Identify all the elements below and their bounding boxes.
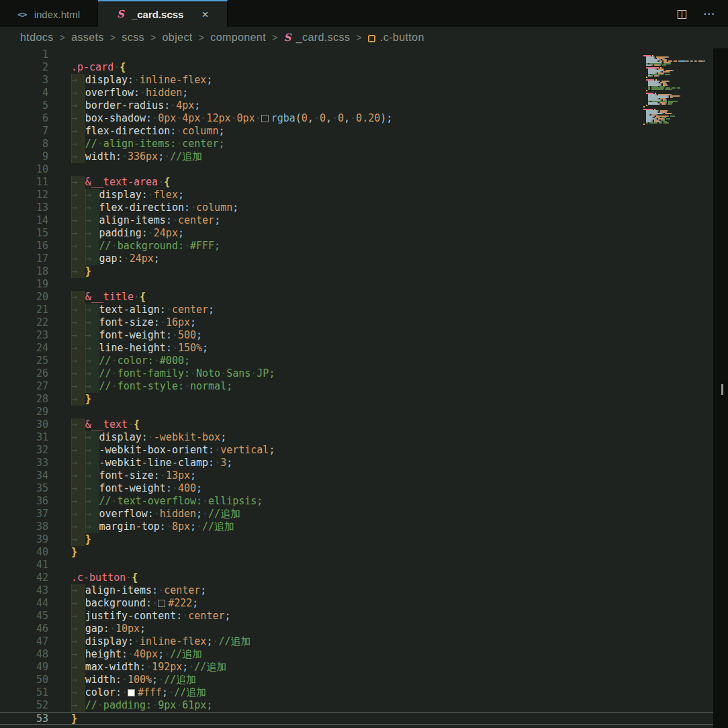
code-token: → [71,201,85,214]
split-editor-icon[interactable]: ◫ [676,7,687,21]
code-line[interactable]: 53} [0,712,728,725]
code-line[interactable]: 17→→gap:·24px; [0,253,728,265]
code-line[interactable]: 31→→display:·-webkit-box; [0,431,728,444]
code-line-content [48,163,71,176]
code-token: · [176,699,182,711]
code-line[interactable]: 33→→-webkit-line-clamp:·3; [0,457,728,469]
code-line[interactable]: 10 [0,163,728,176]
code-token: · [111,495,118,507]
code-line[interactable]: 27→→//·font-style:·normal; [0,380,728,393]
tab-index-html[interactable]: <> index.html [0,0,98,27]
editor-actions: ◫ ⋯ [676,0,728,27]
code-line[interactable]: 38→→margin-top:·8px;·//追加 [0,520,728,533]
breadcrumb-item-c-button[interactable]: .c-button [380,32,424,44]
code-token: : [116,674,122,686]
minimap[interactable] [643,54,711,125]
code-line[interactable]: 23→→font-weight:·500; [0,329,728,342]
code-token: } [85,393,91,405]
code-line[interactable]: 36→→//·text-overflow:·ellipsis; [0,495,728,508]
code-line[interactable]: 43→align-items:·center; [0,584,728,597]
code-line[interactable]: 8→//·align-items:·center; [0,138,728,150]
chevron-right-icon: > [60,32,66,43]
code-line[interactable]: 11→&__text-area·{ [0,176,728,189]
code-line[interactable]: 24→→line-height:·150%; [0,342,728,355]
code-line[interactable]: 44→background:·#222; [0,597,728,610]
code-token: -webkit-line-clamp [99,457,209,469]
more-actions-icon[interactable]: ⋯ [703,7,715,21]
code-line[interactable]: 32→→-webkit-box-orient:·vertical; [0,444,728,457]
code-token: → [85,240,99,253]
code-line[interactable]: 46→gap:·10px; [0,623,728,635]
code-line[interactable]: 22→→font-size:·16px; [0,316,728,329]
code-line[interactable]: 1 [0,48,728,61]
code-line[interactable]: 41 [0,559,728,572]
code-token: ; [214,214,220,226]
code-line[interactable]: 37→→overflow:·hidden;·//追加 [0,508,728,520]
code-line[interactable]: 20→&__title·{ [0,291,728,304]
code-line-content: →gap:·10px; [48,623,146,635]
code-line[interactable]: 18→} [0,265,728,278]
breadcrumb-item-assets[interactable]: assets [71,32,104,44]
code-token: · [214,444,220,456]
tab-card-scss[interactable]: S _card.scss × [98,0,228,27]
code-line[interactable]: 34→→font-size:·13px; [0,469,728,482]
code-token: · [128,418,134,430]
code-token: : [154,316,160,328]
code-line[interactable]: 3→display:·inline-flex; [0,74,728,87]
close-tab-icon[interactable]: × [201,9,208,20]
code-line[interactable]: 9→width:·336px;·//追加 [0,150,728,163]
code-token: align-items [85,584,152,596]
code-line-content: →→margin-top:·8px;·//追加 [48,520,234,533]
code-line[interactable]: 15→→padding:·24px; [0,227,728,240]
code-line[interactable]: 19 [0,278,728,291]
breadcrumb-item-card-scss[interactable]: _card.scss [296,32,350,44]
code-token: 500 [178,329,196,341]
code-line[interactable]: 49→max-width:·192px;·//追加 [0,661,728,674]
code-token: justify-content [85,610,176,622]
code-token: color: [118,355,154,367]
code-line[interactable]: 13→→flex-direction:·column; [0,201,728,214]
code-line[interactable]: 12→→display:·flex; [0,189,728,201]
code-line[interactable]: 29 [0,406,728,418]
code-line[interactable]: 42.c-button·{ [0,572,728,584]
code-line[interactable]: 50→width:·100%;·//追加 [0,674,728,686]
code-token: · [202,508,208,520]
code-line[interactable]: 51→color:·#fff;·//追加 [0,686,728,699]
code-line[interactable]: 48→height:·40px;·//追加 [0,648,728,661]
code-line[interactable]: 6→box-shadow:·0px·4px·12px·0px·rgba(0,·0… [0,112,728,125]
code-token: : [116,686,122,698]
code-line[interactable]: 5→border-radius:·4px; [0,99,728,112]
code-line[interactable]: 30→&__text·{ [0,418,728,431]
code-line[interactable]: 39→} [0,533,728,546]
breadcrumb-item-htdocs[interactable]: htdocs [20,32,54,44]
code-line[interactable]: 2.p-card·{ [0,61,728,74]
code-line[interactable]: 25→→//·color:·#000; [0,355,728,367]
code-line[interactable]: 45→justify-content:·center; [0,610,728,623]
code-line-content: →→text-align:·center; [48,304,214,316]
line-number: 53 [0,713,48,724]
breadcrumb-item-component[interactable]: component [210,32,266,44]
color-swatch-icon [261,115,269,122]
code-line[interactable]: 47→display:·inline-flex;·//追加 [0,635,728,648]
code-line[interactable]: 14→→align-items:·center; [0,214,728,227]
editor[interactable]: 12.p-card·{3→display:·inline-flex;4→over… [0,48,728,728]
code-line[interactable]: 28→} [0,393,728,406]
breadcrumb-item-scss[interactable]: scss [122,32,144,44]
code-token: 3 [220,457,226,469]
code-line[interactable]: 40} [0,546,728,559]
line-number: 4 [0,87,48,99]
code-token: → [71,176,85,189]
code-line[interactable]: 26→→//·font-family:·Noto·Sans·JP; [0,367,728,380]
code-token: → [71,125,85,138]
code-line[interactable]: 4→overflow:·hidden; [0,87,728,99]
code-token: Sans [226,367,251,379]
scrollbar[interactable] [713,48,728,728]
code-token: ; [182,87,188,99]
code-line[interactable]: 16→→//·background:·#FFF; [0,240,728,253]
code-line[interactable]: 35→→font-weight:·400; [0,482,728,495]
code-line[interactable]: 52→//·padding:·9px·61px; [0,699,728,712]
breadcrumb-item-object[interactable]: object [163,32,193,44]
code-line[interactable]: 21→→text-align:·center; [0,304,728,316]
line-number: 35 [0,482,48,495]
code-line[interactable]: 7→flex-direction:·column; [0,125,728,138]
